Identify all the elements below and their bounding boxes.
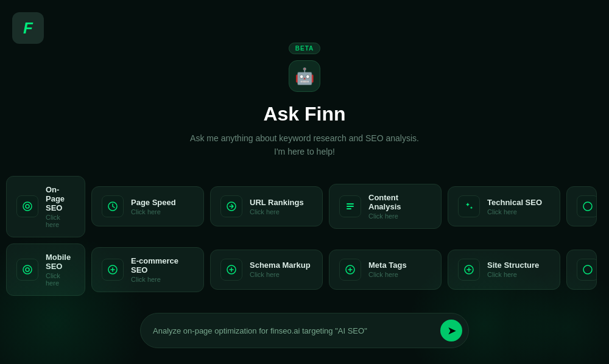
input-bar-container: ➤: [140, 313, 469, 348]
mobile-seo-title: Mobile SEO: [46, 253, 75, 271]
send-icon: ➤: [448, 325, 456, 337]
subtitle-line-1: Ask me anything about keyword research a…: [190, 133, 419, 143]
page-subtitle: Ask me anything about keyword research a…: [190, 131, 419, 159]
card-schema-markup[interactable]: Schema Markup Click here: [210, 250, 323, 290]
schema-markup-text: Schema Markup Click here: [250, 261, 311, 278]
page-title: Ask Finn: [263, 103, 345, 125]
svg-point-9: [26, 268, 29, 271]
site-structure-icon: [458, 259, 480, 281]
bot-icon: 🤖: [295, 67, 314, 86]
overflow-icon-1: [577, 195, 597, 217]
site-structure-text: Site Structure Click here: [487, 261, 539, 278]
page-speed-text: Page Speed Click here: [131, 198, 176, 215]
svg-point-7: [583, 202, 592, 211]
page-speed-icon: [102, 195, 124, 217]
svg-point-8: [23, 265, 32, 274]
send-button[interactable]: ➤: [440, 320, 462, 341]
card-ecommerce-seo[interactable]: E-commerce SEO Click here: [91, 247, 204, 292]
cards-row-2: Mobile SEO Click here E-commerce SEO Cli…: [6, 243, 603, 296]
meta-tags-title: Meta Tags: [368, 261, 407, 270]
site-structure-sub: Click here: [487, 271, 539, 278]
card-technical-seo[interactable]: Technical SEO Click here: [448, 186, 560, 226]
cards-section: On-Page SEO Click here Page Speed Click …: [0, 176, 609, 302]
page-speed-title: Page Speed: [131, 198, 176, 207]
mobile-seo-sub: Click here: [46, 272, 75, 287]
svg-point-0: [23, 202, 32, 211]
card-meta-tags[interactable]: Meta Tags Click here: [329, 250, 442, 290]
svg-point-1: [26, 205, 29, 208]
card-page-speed[interactable]: Page Speed Click here: [91, 186, 204, 226]
url-rankings-title: URL Rankings: [250, 198, 304, 207]
svg-rect-6: [347, 208, 351, 209]
card-site-structure[interactable]: Site Structure Click here: [448, 250, 560, 290]
subtitle-line-2: I'm here to help!: [274, 147, 335, 156]
on-page-seo-sub: Click here: [46, 214, 75, 228]
content-analysis-title: Content Analysis: [368, 193, 431, 211]
technical-seo-title: Technical SEO: [487, 198, 542, 207]
card-overflow-right-1[interactable]: [566, 186, 597, 226]
logo-letter: F: [23, 19, 33, 38]
input-bar: ➤: [140, 313, 469, 348]
card-on-page-seo[interactable]: On-Page SEO Click here: [6, 176, 85, 237]
on-page-seo-title: On-Page SEO: [46, 185, 75, 212]
svg-rect-4: [347, 203, 354, 205]
content-analysis-text: Content Analysis Click here: [368, 193, 431, 220]
meta-tags-text: Meta Tags Click here: [368, 261, 407, 278]
beta-badge: BETA: [289, 43, 320, 54]
ecommerce-seo-icon: [102, 259, 124, 281]
card-mobile-seo[interactable]: Mobile SEO Click here: [6, 243, 85, 296]
bot-icon-container: 🤖: [289, 60, 320, 92]
page-speed-sub: Click here: [131, 208, 176, 215]
svg-rect-5: [347, 206, 354, 207]
meta-tags-sub: Click here: [368, 271, 407, 278]
url-rankings-sub: Click here: [250, 208, 304, 215]
content-analysis-sub: Click here: [368, 212, 431, 220]
technical-seo-text: Technical SEO Click here: [487, 198, 542, 215]
url-rankings-text: URL Rankings Click here: [250, 198, 304, 215]
cards-row-1: On-Page SEO Click here Page Speed Click …: [6, 176, 603, 237]
card-content-analysis[interactable]: Content Analysis Click here: [329, 184, 442, 229]
site-structure-title: Site Structure: [487, 261, 539, 270]
ecommerce-seo-text: E-commerce SEO Click here: [131, 256, 194, 283]
content-analysis-icon: [339, 195, 361, 217]
technical-seo-sub: Click here: [487, 208, 542, 215]
svg-point-14: [583, 265, 592, 274]
ecommerce-seo-sub: Click here: [131, 276, 194, 283]
overflow-icon-2: [577, 259, 597, 281]
main-content: BETA 🤖 Ask Finn Ask me anything about ke…: [0, 0, 609, 302]
on-page-seo-icon: [16, 195, 38, 217]
app-logo[interactable]: F: [12, 12, 44, 44]
meta-tags-icon: [339, 259, 361, 281]
schema-markup-icon: [220, 259, 242, 281]
search-input[interactable]: [153, 326, 434, 335]
schema-markup-sub: Click here: [250, 271, 311, 278]
mobile-seo-icon: [16, 259, 38, 281]
url-rankings-icon: [220, 195, 242, 217]
card-url-rankings[interactable]: URL Rankings Click here: [210, 186, 323, 226]
schema-markup-title: Schema Markup: [250, 261, 311, 270]
mobile-seo-text: Mobile SEO Click here: [46, 253, 75, 287]
on-page-seo-text: On-Page SEO Click here: [46, 185, 75, 228]
ecommerce-seo-title: E-commerce SEO: [131, 256, 194, 275]
card-overflow-right-2[interactable]: [566, 250, 597, 290]
technical-seo-icon: [458, 195, 480, 217]
